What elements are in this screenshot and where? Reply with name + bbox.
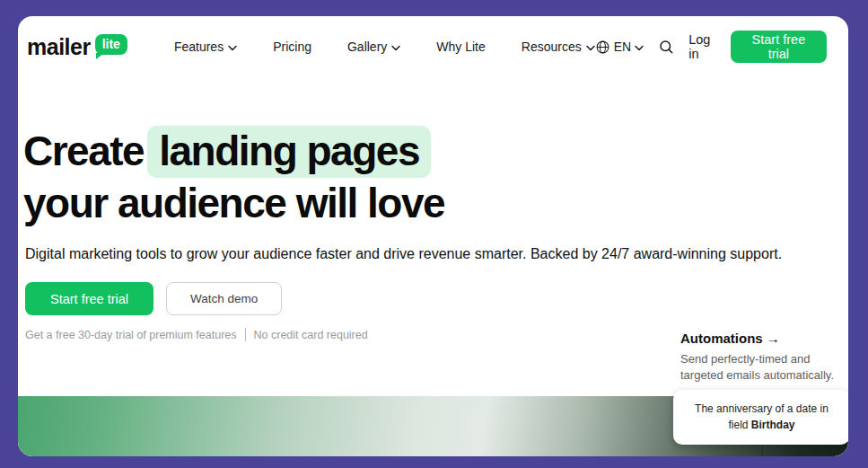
- hero-start-free-trial-button[interactable]: Start free trial: [25, 282, 153, 315]
- hero-title-prefix: Create: [23, 128, 144, 174]
- automations-callout-description: Send perfectly-timed and targeted emails…: [680, 351, 848, 383]
- automation-card-line2-prefix: field: [728, 419, 750, 431]
- logo-wordmark: mailer: [27, 34, 91, 60]
- nav-item-label: Why Lite: [436, 40, 485, 54]
- hero-title-highlight: landing pages: [147, 126, 431, 178]
- automation-trigger-card-text: The anniversary of a date infield Birthd…: [695, 402, 829, 433]
- fine-print-divider: [245, 328, 246, 341]
- language-label: EN: [614, 40, 631, 54]
- header-start-free-trial-button[interactable]: Start free trial: [731, 31, 827, 63]
- nav-item-label: Resources: [522, 40, 582, 54]
- chevron-down-icon: [635, 45, 644, 51]
- main-nav: Features Pricing Gallery Why Lite Resour…: [174, 40, 595, 54]
- nav-item-label: Gallery: [347, 40, 387, 54]
- chevron-down-icon: [586, 45, 595, 51]
- automation-card-line1: The anniversary of a date in: [695, 402, 829, 415]
- nav-item-gallery[interactable]: Gallery: [347, 40, 400, 54]
- page-frame: mailer lite Features Pricing Gallery Why…: [18, 16, 848, 456]
- watch-demo-button[interactable]: Watch demo: [166, 282, 282, 315]
- nav-item-label: Features: [174, 40, 224, 54]
- automation-card-line2-bold: Birthday: [751, 419, 795, 431]
- hero-cta-row: Start free trial Watch demo: [25, 282, 282, 315]
- fine-print-left: Get a free 30-day trial of premium featu…: [25, 329, 237, 341]
- header-actions: EN Log in Start free trial: [595, 31, 827, 63]
- hero-title-line2: your audience will love: [23, 180, 444, 226]
- screenshot-root: { "brand": { "name": "mailer", "badge": …: [0, 0, 868, 468]
- automation-trigger-card: The anniversary of a date infield Birthd…: [673, 390, 848, 445]
- trial-fine-print: Get a free 30-day trial of premium featu…: [25, 328, 368, 341]
- hero-title: Createlanding pagesyour audience will lo…: [23, 125, 444, 229]
- chevron-down-icon: [228, 45, 237, 51]
- nav-item-resources[interactable]: Resources: [522, 40, 595, 54]
- automations-callout-title: Automations→: [680, 331, 848, 346]
- header: mailer lite Features Pricing Gallery Why…: [18, 16, 848, 70]
- automations-callout[interactable]: Automations→ Send perfectly-timed and ta…: [680, 331, 848, 383]
- nav-item-label: Pricing: [273, 40, 311, 54]
- chevron-down-icon: [391, 45, 400, 51]
- logo-lite-badge: lite: [95, 34, 127, 55]
- mailerlite-logo[interactable]: mailer lite: [27, 34, 127, 60]
- hero-subtitle: Digital marketing tools to grow your aud…: [25, 246, 782, 262]
- nav-item-pricing[interactable]: Pricing: [273, 40, 311, 54]
- search-icon[interactable]: [658, 39, 674, 55]
- right-arrow-icon: →: [767, 331, 780, 346]
- globe-icon: [595, 40, 610, 55]
- fine-print-right: No credit card required: [254, 329, 368, 341]
- nav-item-features[interactable]: Features: [174, 40, 237, 54]
- language-selector[interactable]: EN: [595, 40, 644, 55]
- login-link[interactable]: Log in: [688, 32, 715, 61]
- automations-callout-label: Automations: [680, 331, 763, 346]
- automation-connector-line: [761, 444, 763, 456]
- nav-item-why-lite[interactable]: Why Lite: [436, 40, 485, 54]
